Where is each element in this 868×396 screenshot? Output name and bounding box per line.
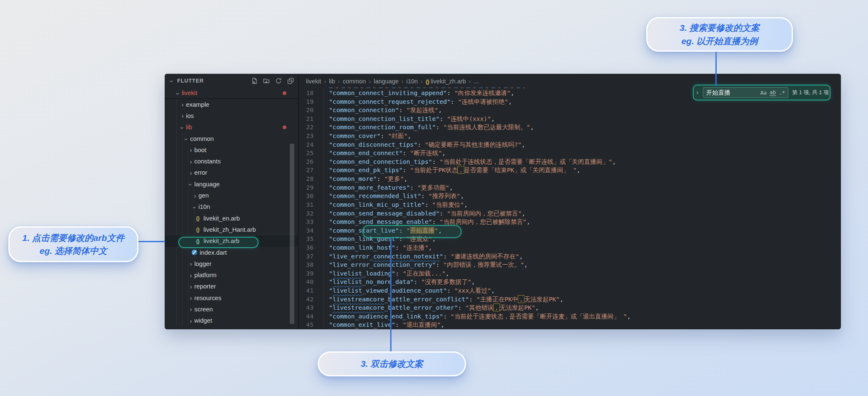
chevron-right-icon[interactable]: › [188,306,194,312]
code-line[interactable]: 30"common_recommended_list": "推荐列表", [299,192,841,201]
chevron-right-icon[interactable]: › [188,318,194,324]
tree-item-reporter[interactable]: ›reporter [165,281,298,292]
code-line-text: "common_end_pk_tips": "当前处于PK状态，是否需要「结束P… [329,166,580,175]
find-widget: › 开始直播 Aa ab .* 第 1 项, 共 1 项 [693,85,830,100]
code-token: " [434,227,438,234]
code-token: " [384,175,388,182]
tree-item-language[interactable]: ›language [165,178,298,190]
code-line[interactable]: 29"common_more_features": "更多功能", [299,183,841,192]
code-token: " [329,270,333,277]
code-token: "common_link_host" [329,244,395,251]
search-match: 开始直播 [410,227,435,234]
squiggle-warning: livelist [333,278,362,285]
breadcrumb-segment[interactable]: common [343,78,366,85]
code-line[interactable]: 22"common_connection_room_full": "当前连线人数… [299,123,841,132]
tree-item-constants[interactable]: ›constants [165,155,298,167]
whole-word-icon[interactable]: ab [770,89,776,96]
code-line[interactable]: 23"common_cover": "封面", [299,132,841,140]
chevron-right-icon[interactable]: › [188,147,194,153]
tree-item-livekit_zh_Hant.arb[interactable]: {}livekit_zh_Hant.arb [165,224,298,235]
code-line[interactable]: 39"livelist_loading": "正在加载...", [299,269,841,278]
breadcrumb-segment[interactable]: ... [474,78,479,85]
sidebar-scrollbar[interactable] [290,144,294,324]
chevron-down-icon[interactable]: › [183,136,190,143]
chevron-down-icon[interactable]: › [179,125,186,131]
code-line[interactable]: 44"common_audience_end_link_tips": "当前处于… [299,312,841,321]
code-line-text: "livelist_loading": "正在加载...", [329,269,449,278]
code-token: " [439,158,443,165]
refresh-icon[interactable] [275,78,282,84]
find-input[interactable]: 开始直播 Aa ab .* [703,87,788,98]
tree-item-screen[interactable]: ›screen [165,303,298,315]
code-area[interactable]: 18"common_connect_inviting_append": "向你发… [299,89,841,329]
code-line[interactable]: 41"livelist_viewed_audience_count": "xxx… [299,286,841,295]
code-line[interactable]: 45"common_exit_live": "退出直播间", [299,321,841,329]
breadcrumb-segment[interactable]: lib [329,78,335,85]
code-token: 断开连线 [414,149,438,156]
tree-item-gen[interactable]: ›gen [165,190,298,201]
tree-root-livekit[interactable]: › livekit [165,88,298,99]
breadcrumb-segment[interactable]: livekit [306,78,321,85]
code-line[interactable]: 38"live_error_connection_retry": "内部错误，推… [299,261,841,269]
code-line[interactable]: 27"common_end_pk_tips": "当前处于PK状态，是否需要「结… [299,166,841,175]
code-token: , [522,210,525,217]
chevron-right-icon[interactable]: › [188,295,194,301]
code-line[interactable]: 43"livestreamcore_battle_error_other": "… [299,303,841,312]
chevron-right-icon[interactable]: › [188,158,194,165]
explorer-section-header[interactable]: › FLUTTER [165,74,298,88]
tree-item-example[interactable]: ›example [165,99,298,110]
tree-item-i10n[interactable]: ›i10n [165,201,298,213]
find-query-text[interactable]: 开始直播 [706,89,758,97]
code-line[interactable]: 26"common_end_connection_tips": "当前处于连线状… [299,158,841,166]
new-file-icon[interactable] [251,78,258,84]
code-token: " [329,304,333,311]
find-toggle-replace-icon[interactable]: › [696,89,703,96]
chevron-right-icon[interactable]: › [192,193,198,199]
tree-item-livekit_zh.arb[interactable]: {}livekit_zh.arb [165,236,298,247]
chevron-right-icon[interactable]: › [188,170,194,176]
tree-item-boot[interactable]: ›boot [165,144,298,155]
code-line[interactable]: 32"common_send_message_disabled": "当前房间内… [299,209,841,218]
code-line[interactable]: 34"common_start_live": "开始直播", [299,226,841,235]
tree-item-index.dart[interactable]: index.dart [165,247,298,258]
tree-item-widget[interactable]: ›widget [165,315,298,326]
tree-item-lib[interactable]: ›lib [165,122,298,133]
code-line[interactable]: 21"common_connection_list_title": "连线中(x… [299,115,841,123]
code-token: 向你发来连线邀请 [458,89,507,96]
code-line[interactable]: 28"common_more": "更多", [299,175,841,183]
chevron-down-icon[interactable]: › [188,181,194,188]
code-line[interactable]: 31"common_link_mic_up_title": "当前麦位", [299,201,841,209]
tree-item-logger[interactable]: ›logger [165,258,298,269]
new-folder-icon[interactable] [263,78,270,84]
breadcrumb-segment[interactable]: i10n [406,78,418,85]
regex-icon[interactable]: .* [779,90,785,96]
code-line[interactable]: 37"live_error_connection_notexit": "邀请连线… [299,252,841,261]
chevron-right-icon[interactable]: › [179,113,186,119]
collapse-folders-icon[interactable] [287,78,294,84]
code-line[interactable]: 24"common_disconnect_tips": "确定要断开与其他主播的… [299,140,841,149]
code-line[interactable]: 20"common_connection": "发起连线", [299,106,841,115]
code-line[interactable]: 35"common_link_guest": "连观众", [299,235,841,243]
tree-item-livekit_en.arb[interactable]: {}livekit_en.arb [165,213,298,224]
code-line[interactable]: 36"common_link_host": "连主播", [299,243,841,252]
chevron-right-icon[interactable]: › [188,283,194,290]
tree-item-ios[interactable]: ›ios [165,110,298,121]
match-case-icon[interactable]: Aa [760,90,767,96]
chevron-down-icon[interactable]: › [192,204,198,211]
code-line[interactable]: 33"common_send_message_enable": "当前房间内，您… [299,218,841,226]
code-line-text: "common_audience_end_link_tips": "当前处于连麦… [329,312,631,321]
code-line[interactable]: 40"livelist_no_more_data": "没有更多数据了", [299,278,841,286]
code-token: "common_cover" [329,132,381,139]
chevron-right-icon[interactable]: › [188,272,194,278]
chevron-right-icon[interactable]: › [179,101,186,108]
tree-item-platform[interactable]: ›platform [165,269,298,281]
chevron-right-icon[interactable]: › [188,261,194,267]
tree-item-resources[interactable]: ›resources [165,292,298,303]
breadcrumb-segment[interactable]: {}livekit_zh.arb [426,78,466,85]
breadcrumb-segment[interactable]: language [374,78,399,85]
code-line[interactable]: 42"livestreamcore_battle_error_conflict"… [299,295,841,304]
code-line[interactable]: 25"common_end_connect": "断开连线", [299,149,841,158]
tree-item-common[interactable]: ›common [165,133,298,144]
tree-item-error[interactable]: ›error [165,167,298,178]
line-number: 33 [299,218,314,226]
